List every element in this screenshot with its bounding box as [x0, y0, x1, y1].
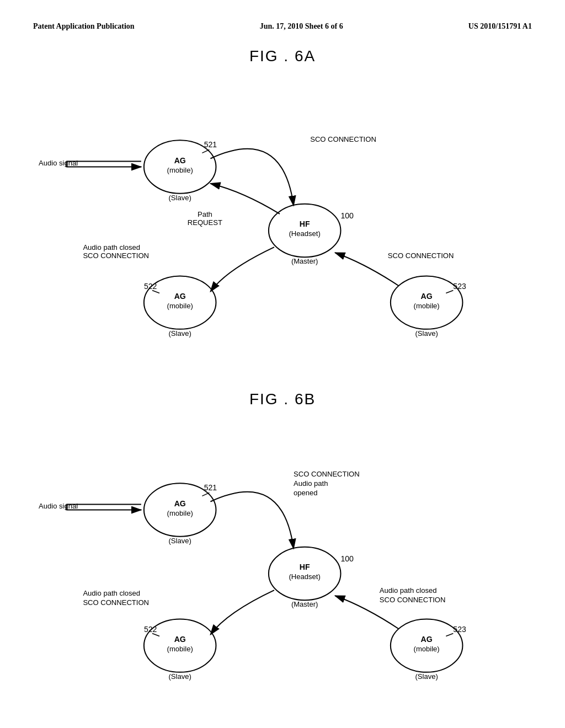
- ag523-label-a: AG: [421, 292, 433, 301]
- sco-conn-right-a: SCO CONNECTION: [388, 251, 454, 260]
- sco-conn-audio-opened-b: SCO CONNECTION: [294, 470, 360, 478]
- ag523-sublabel-a: (mobile): [414, 302, 440, 310]
- sco-conn-left-b: SCO CONNECTION: [83, 598, 149, 607]
- page: Patent Application Publication Jun. 17, …: [0, 0, 565, 728]
- fig6b-diagram: Audio signal AG (mobile) (Slave) 521 HF …: [33, 414, 532, 722]
- 100-ref-a: 100: [340, 211, 354, 220]
- fig6a-diagram: Audio signal AG (mobile) (Slave) 521 HF …: [33, 71, 532, 379]
- path-request-a: Path: [198, 210, 212, 218]
- ag522-sublabel-a: (mobile): [167, 302, 193, 310]
- sco-conn-top-a: SCO CONNECTION: [310, 135, 376, 143]
- audio-opened-b: opened: [294, 489, 318, 497]
- ag521-label-a: AG: [174, 156, 186, 165]
- ag522-role-a: (Slave): [169, 329, 191, 338]
- 522-ref-a: 522: [144, 282, 157, 291]
- ag521-role-b: (Slave): [169, 537, 191, 545]
- header-right: US 2010/151791 A1: [468, 22, 532, 31]
- 523-ref-line-a: [446, 291, 453, 293]
- hf100-label-a: HF: [300, 220, 310, 228]
- svg-line-11: [446, 634, 453, 636]
- ag523-sublabel-b: (mobile): [414, 645, 440, 653]
- hf100-role-a: (Master): [291, 257, 318, 265]
- ag521-role-a: (Slave): [169, 194, 191, 202]
- arrow-100-to-522-b: [210, 590, 274, 634]
- page-header: Patent Application Publication Jun. 17, …: [33, 22, 532, 31]
- ag523-role-b: (Slave): [415, 672, 438, 681]
- 521-ref-b: 521: [204, 483, 217, 492]
- 523-ref-b: 523: [453, 625, 466, 634]
- sco-conn-right-b: SCO CONNECTION: [380, 596, 446, 604]
- 522-ref-line-a: [152, 291, 159, 293]
- arrow-100-to-522-a: [210, 247, 274, 291]
- 522-ref-b: 522: [144, 625, 157, 634]
- audio-path-closed-left-a: Audio path closed: [83, 243, 140, 251]
- 523-ref-a: 523: [453, 282, 466, 291]
- 100-ref-b: 100: [340, 554, 354, 563]
- audio-signal-label-a: Audio signal: [39, 159, 78, 167]
- header-center: Jun. 17, 2010 Sheet 6 of 6: [260, 22, 343, 31]
- fig6b-svg: Audio signal AG (mobile) (Slave) 521 HF …: [33, 414, 532, 722]
- ag521-sublabel-a: (mobile): [167, 166, 193, 174]
- ag522-role-b: (Slave): [169, 672, 191, 681]
- arrow-521-to-100-b: [210, 492, 294, 549]
- ag522-label-a: AG: [174, 292, 186, 301]
- hf100-role-b: (Master): [291, 600, 318, 608]
- ag523-label-b: AG: [421, 635, 433, 644]
- hf100-sublabel-a: (Headset): [289, 229, 321, 238]
- hf100-sublabel-b: (Headset): [289, 572, 321, 581]
- arrow-521-to-100-a: [210, 149, 294, 206]
- path-request2-a: REQUEST: [188, 218, 222, 227]
- audio-signal-label-b: Audio signal: [39, 502, 78, 510]
- hf100-label-b: HF: [300, 563, 310, 571]
- audio-path-closed-right-b: Audio path closed: [380, 586, 437, 595]
- ag521-label-b: AG: [174, 499, 186, 508]
- ag522-label-b: AG: [174, 635, 186, 644]
- fig6a-svg: Audio signal AG (mobile) (Slave) 521 HF …: [33, 71, 532, 379]
- 521-ref-a: 521: [204, 140, 217, 149]
- 521-ref-line-a: [202, 149, 209, 153]
- ag521-sublabel-b: (mobile): [167, 509, 193, 517]
- ag523-role-a: (Slave): [415, 329, 438, 338]
- audio-path-closed-left-b: Audio path closed: [83, 589, 140, 597]
- svg-line-9: [202, 493, 209, 496]
- fig6b-title: FIG . 6B: [33, 390, 532, 408]
- svg-line-10: [152, 634, 159, 636]
- ag522-sublabel-b: (mobile): [167, 645, 193, 653]
- fig6a-title: FIG . 6A: [33, 47, 532, 65]
- arrow-100-to-521-a: [210, 184, 280, 214]
- header-left: Patent Application Publication: [33, 22, 135, 31]
- audio-path-opened-b: Audio path: [294, 479, 328, 488]
- sco-conn-left-a: SCO CONNECTION: [83, 251, 149, 260]
